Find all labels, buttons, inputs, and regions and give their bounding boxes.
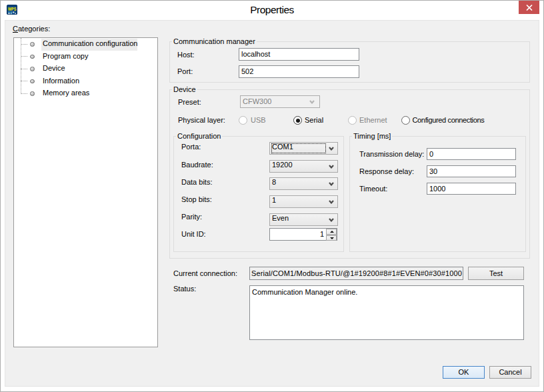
svg-text:WPS: WPS bbox=[8, 6, 17, 12]
